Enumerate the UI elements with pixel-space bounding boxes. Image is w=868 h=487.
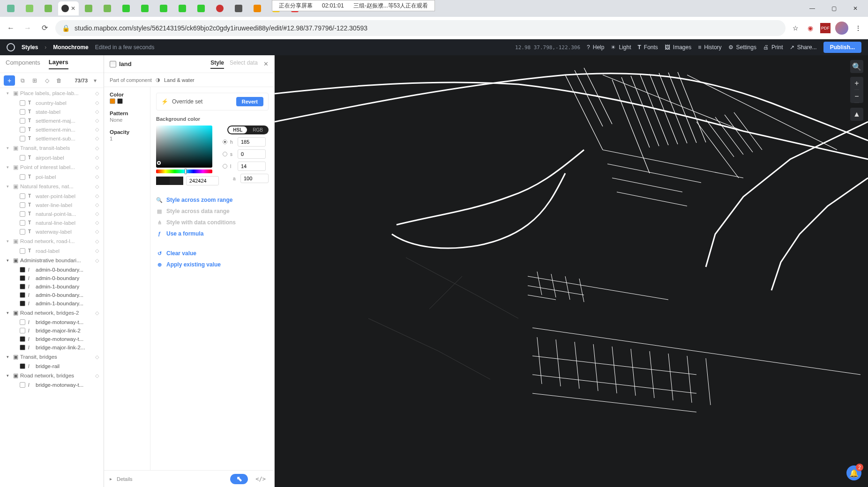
hue-slider[interactable] (156, 170, 212, 173)
layer-item[interactable]: /bridge-motorway-t... (0, 381, 104, 389)
layer-item[interactable]: /bridge-motorway-t... (0, 318, 104, 326)
layer-item[interactable]: /admin-0-boundary (0, 274, 104, 282)
minimize-button[interactable]: — (801, 5, 823, 12)
tab-select-data[interactable]: Select data (230, 59, 258, 69)
settings-button[interactable]: ⚙Settings (728, 44, 756, 51)
tab-layers[interactable]: Layers (49, 59, 68, 69)
fonts-button[interactable]: TFonts (638, 44, 658, 51)
browser-tab[interactable] (248, 1, 266, 15)
l-input[interactable] (238, 162, 266, 171)
layer-group[interactable]: ▾▣Natural features, nat...◇ (0, 181, 104, 192)
browser-tab[interactable] (136, 1, 154, 15)
layer-item[interactable]: Tpoi-label◇ (0, 172, 104, 181)
browser-tab[interactable] (2, 1, 20, 15)
zoom-out-button[interactable]: − (854, 90, 859, 103)
browser-tab[interactable] (173, 1, 191, 15)
maximize-button[interactable]: ▢ (823, 5, 845, 12)
browser-tab[interactable]: ✕ (58, 1, 79, 15)
publish-button[interactable]: Publish... (823, 42, 861, 53)
action-formula[interactable]: ƒUse a formula (156, 230, 269, 237)
pinterest-ext-icon[interactable]: ◉ (805, 23, 816, 33)
filter-icon[interactable]: ▾ (90, 76, 100, 85)
history-button[interactable]: ≡History (698, 44, 721, 51)
hue-knob[interactable] (185, 169, 187, 174)
layer-item[interactable]: Tcountry-label◇ (0, 98, 104, 107)
color-gradient[interactable] (156, 125, 212, 168)
url-input[interactable]: 🔒 studio.mapbox.com/styles/562143195/ck6… (55, 20, 786, 36)
browser-tab[interactable] (117, 1, 135, 15)
browser-tab[interactable] (230, 1, 247, 15)
images-button[interactable]: 🖼Images (665, 44, 691, 51)
map-canvas[interactable]: 🔍 + − ▲ 🔔 2 (275, 55, 868, 487)
delete-icon[interactable]: 🗑 (54, 76, 64, 85)
visibility-icon[interactable]: ◇ (42, 76, 52, 85)
back-button[interactable]: ← (5, 22, 17, 34)
duplicate-icon[interactable]: ⧉ (18, 76, 27, 85)
action-clear[interactable]: ↺Clear value (156, 250, 269, 257)
h-radio[interactable] (223, 140, 227, 144)
h-input[interactable] (238, 137, 266, 147)
layer-group[interactable]: ▾▣Road network, bridges-2◇ (0, 308, 104, 318)
browser-tab[interactable] (98, 1, 116, 15)
breadcrumb-stylename[interactable]: Monochrome (53, 44, 88, 51)
component-name[interactable]: Land & water (164, 77, 195, 83)
help-button[interactable]: ?Help (587, 44, 604, 51)
a-input[interactable] (240, 174, 269, 183)
tab-components[interactable]: Components (6, 59, 40, 69)
share-button[interactable]: ↗Share... (790, 44, 817, 51)
group-icon[interactable]: ⊞ (30, 76, 39, 85)
layer-item[interactable]: /bridge-major-link-2... (0, 343, 104, 352)
layer-tree[interactable]: ▾▣Place labels, place-lab...◇Tcountry-la… (0, 88, 104, 487)
layer-item[interactable]: Twater-point-label◇ (0, 192, 104, 200)
action-zoom-range[interactable]: 🔍Style across zoom range (156, 197, 269, 203)
close-window-button[interactable]: ✕ (845, 5, 866, 12)
layer-item[interactable]: /admin-1-boundary (0, 282, 104, 291)
revert-button[interactable]: Revert (236, 97, 263, 106)
browser-tab[interactable] (21, 1, 38, 15)
browser-tab[interactable] (80, 1, 97, 15)
layer-item[interactable]: Tnatural-point-la...◇ (0, 209, 104, 218)
browser-tab[interactable] (39, 1, 57, 15)
breadcrumb-styles[interactable]: Styles (22, 44, 38, 51)
layer-item[interactable]: Twater-line-label◇ (0, 200, 104, 209)
action-apply-existing[interactable]: ⊕Apply existing value (156, 261, 269, 268)
forward-button[interactable]: → (22, 22, 34, 34)
browser-tab[interactable] (155, 1, 172, 15)
add-layer-button[interactable]: + (4, 75, 15, 86)
layer-group[interactable]: ▾▣Place labels, place-lab...◇ (0, 88, 104, 98)
cursor-mode-button[interactable]: ⬉ (230, 474, 248, 484)
map-search-button[interactable]: 🔍 (850, 60, 863, 73)
hex-input[interactable] (186, 176, 219, 185)
prop-pattern[interactable]: Pattern (110, 111, 144, 116)
layer-group[interactable]: ▾▣Road network, road-l...◇ (0, 236, 104, 246)
light-button[interactable]: ☀Light (611, 44, 631, 51)
reload-button[interactable]: ⟳ (38, 22, 51, 34)
close-panel-button[interactable]: ✕ (263, 60, 269, 67)
details-toggle[interactable]: Details (117, 476, 133, 482)
compass-button[interactable]: ▲ (850, 108, 863, 121)
expand-icon[interactable]: ▸ (110, 476, 112, 481)
layer-item[interactable]: /admin-1-boundary... (0, 299, 104, 308)
layer-group[interactable]: ▾▣Point of interest label...◇ (0, 162, 104, 172)
print-button[interactable]: 🖨Print (763, 44, 783, 51)
layer-item[interactable]: /bridge-rail (0, 362, 104, 370)
pdf-ext-icon[interactable]: PDF (820, 23, 831, 33)
layer-item[interactable]: Tnatural-line-label◇ (0, 218, 104, 227)
l-radio[interactable] (223, 164, 227, 169)
layer-item[interactable]: Twaterway-label◇ (0, 227, 104, 236)
prop-opacity[interactable]: Opacity (110, 129, 144, 135)
menu-icon[interactable]: ⋮ (853, 23, 863, 33)
layer-item[interactable]: Tstate-label◇ (0, 107, 104, 116)
layer-group[interactable]: ▾▣Road network, bridges◇ (0, 370, 104, 381)
layer-item[interactable]: /bridge-major-link-2 (0, 326, 104, 335)
zoom-in-button[interactable]: + (854, 77, 859, 90)
star-icon[interactable]: ☆ (790, 23, 801, 33)
json-mode-button[interactable]: </> (253, 476, 269, 482)
layer-item[interactable]: Tsettlement-maj...◇ (0, 116, 104, 125)
browser-tab[interactable] (211, 1, 229, 15)
layer-group[interactable]: ▾▣Transit, bridges◇ (0, 352, 104, 362)
layer-item[interactable]: /admin-0-boundary... (0, 291, 104, 299)
tab-style[interactable]: Style (210, 59, 224, 69)
layer-item[interactable]: Tsettlement-sub...◇ (0, 134, 104, 143)
layer-group[interactable]: ▾▣Transit, transit-labels◇ (0, 143, 104, 153)
